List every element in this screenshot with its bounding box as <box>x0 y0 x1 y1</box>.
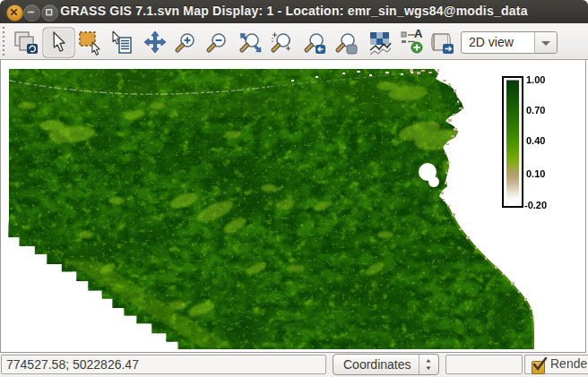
svg-text:1.00: 1.00 <box>526 74 545 85</box>
svg-text:0.10: 0.10 <box>526 168 545 179</box>
svg-text:0.70: 0.70 <box>526 105 545 116</box>
svg-text:A: A <box>414 27 423 40</box>
svg-text:0.40: 0.40 <box>526 135 545 146</box>
svg-text:-0.20: -0.20 <box>524 200 547 210</box>
